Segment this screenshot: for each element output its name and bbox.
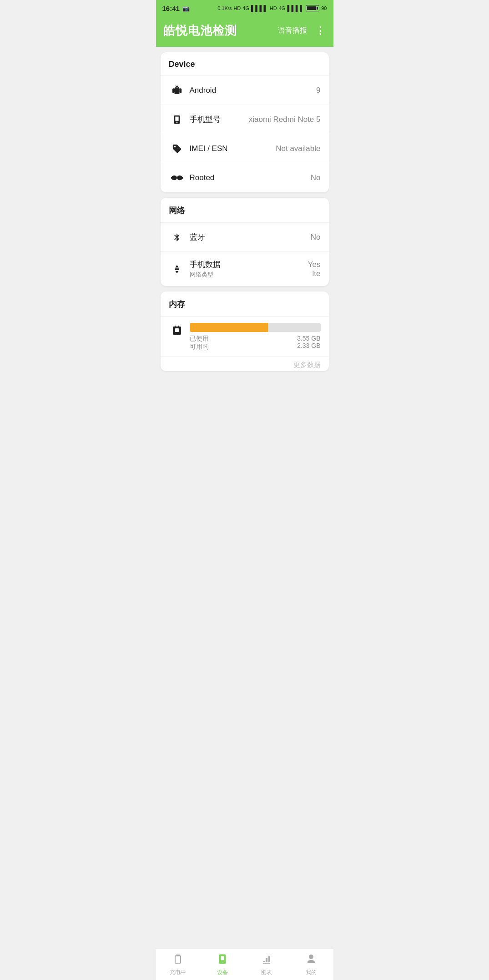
status-bar: 16:41 📷 0.1K/s HD 4G ▌▌▌▌ HD 4G ▌▌▌▌ 90 bbox=[156, 0, 333, 16]
memory-row: 已使用 可用的 3.55 GB 2.33 GB bbox=[161, 317, 329, 357]
app-title: 皓悦电池检测 bbox=[163, 23, 237, 39]
rooted-row: Rooted No bbox=[161, 163, 329, 192]
android-value: 9 bbox=[316, 86, 320, 95]
rooted-label: Rooted bbox=[190, 173, 311, 182]
nav-device-label: 设备 bbox=[217, 969, 228, 976]
memory-bar-fill bbox=[190, 323, 268, 332]
header-actions: 语音播报 ⋮ bbox=[278, 25, 326, 37]
network-card-title: 网络 bbox=[161, 198, 329, 223]
bluetooth-icon bbox=[169, 232, 185, 243]
svg-rect-5 bbox=[182, 177, 183, 178]
phone-icon bbox=[169, 115, 185, 125]
memory-labels: 已使用 可用的 3.55 GB 2.33 GB bbox=[190, 335, 321, 351]
nav-chart-label: 图表 bbox=[261, 969, 272, 976]
device-card-title: Device bbox=[161, 52, 329, 76]
more-data-label: 更多数据 bbox=[161, 357, 329, 371]
device-card: Device Android 9 手机型号 xiaomi Redmi Note … bbox=[161, 52, 329, 192]
imei-label: IMEI / ESN bbox=[190, 144, 276, 153]
tag-icon bbox=[169, 144, 185, 154]
mobile-data-label: 手机数据 网络类型 bbox=[190, 259, 308, 279]
rooted-value: No bbox=[311, 173, 321, 182]
status-right: 0.1K/s HD 4G ▌▌▌▌ HD 4G ▌▌▌▌ 90 bbox=[217, 5, 327, 12]
bluetooth-value: No bbox=[311, 233, 321, 242]
available-label: 可用的 bbox=[190, 343, 209, 351]
cpu-icon bbox=[169, 323, 185, 336]
status-time: 16:41 📷 bbox=[162, 5, 190, 12]
mobile-data-sublabel: 网络类型 bbox=[190, 271, 308, 279]
bluetooth-label: 蓝牙 bbox=[190, 232, 311, 242]
svg-point-0 bbox=[171, 176, 176, 180]
network-card: 网络 蓝牙 No 手机数据 网络类型 Yes lte bbox=[161, 198, 329, 286]
used-value: 3.55 GB bbox=[297, 335, 320, 342]
available-value: 2.33 GB bbox=[297, 342, 320, 349]
main-content: Device Android 9 手机型号 xiaomi Redmi Note … bbox=[156, 47, 333, 414]
nav-charging[interactable]: 充电中 bbox=[156, 949, 201, 980]
phone-model-row: 手机型号 xiaomi Redmi Note 5 bbox=[161, 105, 329, 134]
android-row: Android 9 bbox=[161, 76, 329, 105]
phone-model-label: 手机型号 bbox=[190, 114, 249, 125]
nav-mine[interactable]: 我的 bbox=[289, 949, 333, 980]
phone-model-value: xiaomi Redmi Note 5 bbox=[249, 115, 321, 124]
battery-status bbox=[306, 5, 319, 11]
bluetooth-row: 蓝牙 No bbox=[161, 223, 329, 252]
nav-mine-label: 我的 bbox=[306, 969, 317, 976]
nav-device[interactable]: 设备 bbox=[200, 949, 245, 980]
user-nav-icon bbox=[306, 954, 317, 967]
android-label: Android bbox=[190, 86, 317, 95]
imei-row: IMEI / ESN Not available bbox=[161, 134, 329, 163]
data-transfer-icon bbox=[169, 264, 185, 275]
nav-chart[interactable]: 图表 bbox=[245, 949, 289, 980]
svg-point-1 bbox=[177, 176, 182, 180]
mobile-data-row: 手机数据 网络类型 Yes lte bbox=[161, 252, 329, 286]
used-label: 已使用 bbox=[190, 335, 209, 343]
svg-rect-4 bbox=[171, 177, 172, 178]
glasses-icon bbox=[169, 174, 185, 181]
memory-bar bbox=[190, 323, 321, 332]
voice-broadcast-button[interactable]: 语音播报 bbox=[278, 26, 307, 35]
memory-content: 已使用 可用的 3.55 GB 2.33 GB bbox=[190, 323, 321, 351]
android-icon bbox=[169, 85, 185, 96]
phone-nav-icon bbox=[217, 954, 228, 967]
battery-nav-icon bbox=[172, 954, 183, 967]
more-menu-button[interactable]: ⋮ bbox=[315, 25, 326, 37]
imei-value: Not available bbox=[276, 144, 320, 153]
mobile-data-value: Yes lte bbox=[308, 260, 321, 278]
memory-card: 内存 已使用 可用的 3.55 GB 2.33 GB bbox=[161, 291, 329, 371]
memory-card-title: 内存 bbox=[161, 291, 329, 317]
chart-nav-icon bbox=[261, 954, 272, 967]
app-header: 皓悦电池检测 语音播报 ⋮ bbox=[156, 16, 333, 47]
nav-charging-label: 充电中 bbox=[170, 969, 186, 976]
bottom-nav: 充电中 设备 图表 我的 bbox=[156, 949, 333, 980]
